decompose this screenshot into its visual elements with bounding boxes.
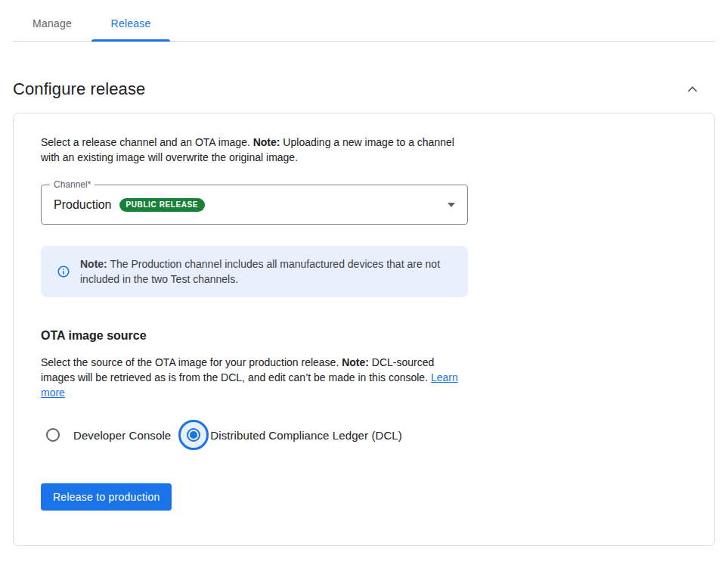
channel-field-value: Production	[54, 198, 112, 212]
tab-release[interactable]: Release	[91, 6, 170, 41]
ota-source-radio-group: Developer Console Distributed Compliance…	[41, 420, 687, 450]
info-icon	[57, 265, 70, 278]
note-banner-text: Note: The Production channel includes al…	[80, 256, 450, 287]
ota-source-heading: OTA image source	[41, 329, 687, 343]
note-banner-bold: Note:	[80, 258, 107, 270]
tab-release-label: Release	[111, 17, 151, 29]
intro-text: Select a release channel and an OTA imag…	[41, 135, 468, 165]
radio-developer-console[interactable]: Developer Console	[46, 428, 171, 442]
intro-text-before: Select a release channel and an OTA imag…	[41, 136, 253, 148]
chevron-up-icon	[684, 81, 701, 98]
radio-dcl-label: Distributed Compliance Ledger (DCL)	[210, 429, 402, 442]
radio-unselected-icon	[46, 428, 60, 442]
radio-dcl[interactable]: Distributed Compliance Ledger (DCL)	[178, 420, 402, 450]
channel-select[interactable]: Channel* Production PUBLIC RELEASE	[41, 185, 468, 225]
tab-manage-label: Manage	[33, 17, 72, 29]
tab-bar: Manage Release	[13, 0, 715, 42]
section-header: Configure release	[13, 79, 715, 99]
collapse-section-button[interactable]	[683, 80, 702, 98]
page-title: Configure release	[13, 79, 145, 99]
page: Manage Release Configure release Select …	[0, 0, 728, 562]
ota-source-description: Select the source of the OTA image for y…	[41, 355, 470, 400]
note-banner-body: The Production channel includes all manu…	[80, 258, 440, 285]
release-to-production-button[interactable]: Release to production	[41, 483, 172, 511]
ota-desc-before: Select the source of the OTA image for y…	[41, 356, 342, 368]
channel-field-label: Channel*	[50, 179, 94, 191]
note-banner: Note: The Production channel includes al…	[41, 246, 468, 297]
active-tab-indicator	[91, 39, 170, 42]
public-release-badge: PUBLIC RELEASE	[119, 198, 206, 212]
tab-manage[interactable]: Manage	[13, 6, 91, 41]
radio-developer-console-label: Developer Console	[73, 429, 171, 442]
dropdown-arrow-icon	[448, 203, 455, 207]
ota-note-label: Note:	[342, 356, 369, 368]
configure-release-card: Select a release channel and an OTA imag…	[13, 113, 715, 546]
intro-note-label: Note:	[253, 136, 280, 148]
radio-selected-icon	[178, 420, 209, 450]
